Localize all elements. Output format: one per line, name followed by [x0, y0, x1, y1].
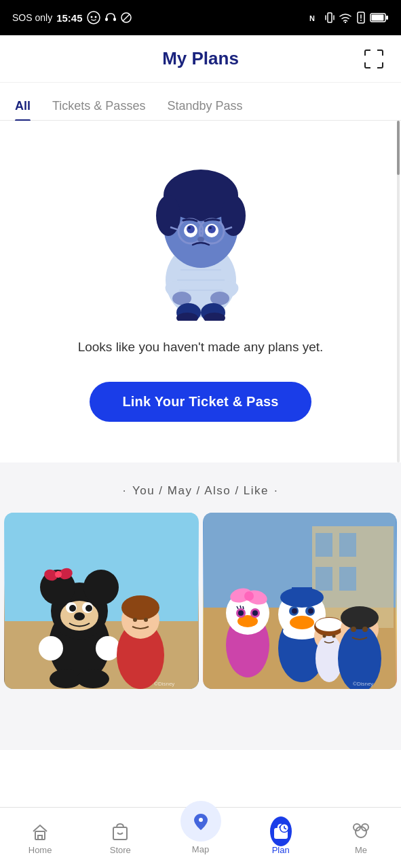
svg-point-82: [290, 616, 314, 629]
scrollbar[interactable]: [397, 121, 400, 462]
nav-store[interactable]: Store: [80, 821, 160, 855]
svg-point-97: [238, 610, 244, 616]
also-like-text: You / May / Also / Like: [132, 484, 269, 498]
photo-card-mickey[interactable]: ©Disney: [4, 513, 199, 689]
app-header: My Plans: [0, 35, 401, 83]
svg-point-62: [77, 669, 109, 688]
sos-label: SOS only: [12, 12, 52, 23]
headphone-icon: [104, 12, 117, 24]
svg-rect-84: [292, 587, 312, 601]
vibrate-icon: [325, 12, 335, 24]
map-icon: [191, 811, 211, 831]
mickey-image: ©Disney: [5, 513, 198, 689]
battery-icon: [370, 12, 389, 23]
svg-point-65: [121, 595, 159, 620]
status-right: N: [309, 12, 389, 24]
svg-rect-115: [38, 835, 42, 840]
scan-button[interactable]: [362, 47, 386, 71]
map-label: Map: [192, 844, 209, 854]
svg-text:©Disney: ©Disney: [154, 681, 174, 687]
link-ticket-button[interactable]: Link Your Ticket & Pass: [90, 382, 311, 422]
svg-point-60: [96, 636, 120, 660]
svg-rect-78: [339, 567, 356, 591]
svg-rect-77: [316, 567, 332, 591]
home-label: Home: [28, 845, 52, 855]
emoji-icon: [87, 11, 100, 24]
empty-message: Looks like you haven't made any plans ye…: [78, 338, 324, 357]
bottom-nav: Home Store Map: [0, 807, 401, 868]
also-like-header: · You / May / Also / Like ·: [0, 484, 401, 498]
svg-point-70: [55, 571, 62, 578]
svg-point-112: [362, 627, 368, 632]
svg-point-57: [85, 605, 92, 612]
svg-rect-76: [339, 533, 356, 557]
plan-icon-container: [270, 821, 292, 842]
home-icon: [29, 821, 51, 842]
svg-line-100: [240, 606, 241, 608]
store-label: Store: [110, 845, 131, 855]
also-like-section: · You / May / Also / Like ·: [0, 462, 401, 689]
nav-home[interactable]: Home: [0, 821, 80, 855]
svg-point-58: [74, 612, 85, 620]
svg-point-66: [133, 618, 137, 622]
dot-left: ·: [123, 484, 127, 498]
svg-point-118: [199, 818, 203, 822]
donald-image: ©Disney: [204, 513, 396, 689]
svg-point-31: [187, 225, 195, 233]
tab-tickets[interactable]: Tickets & Passes: [52, 99, 145, 120]
svg-rect-4: [113, 18, 116, 21]
svg-point-1: [90, 16, 92, 18]
scroll-thumb: [397, 121, 400, 175]
svg-point-110: [341, 606, 379, 629]
photos-grid: ©Disney: [0, 513, 401, 689]
status-bar: SOS only 15:45 N: [0, 0, 401, 35]
svg-point-93: [244, 591, 254, 601]
svg-point-59: [39, 636, 63, 660]
plan-icon-bg: [270, 816, 292, 846]
nfc-icon: N: [309, 12, 321, 24]
nav-map[interactable]: Map: [160, 814, 240, 854]
status-left: SOS only 15:45: [12, 11, 132, 24]
svg-rect-16: [386, 16, 388, 20]
tab-standby[interactable]: Standby Pass: [167, 99, 242, 120]
svg-point-105: [316, 618, 343, 631]
svg-line-6: [123, 14, 130, 21]
character-image: [126, 141, 275, 324]
svg-rect-8: [328, 13, 332, 22]
svg-point-106: [323, 634, 326, 637]
me-icon: [350, 821, 372, 842]
svg-point-34: [209, 226, 212, 229]
status-time: 15:45: [56, 12, 82, 24]
svg-rect-17: [372, 15, 384, 21]
page-title: My Plans: [162, 48, 239, 69]
svg-point-98: [252, 610, 258, 616]
plan-label: Plan: [272, 845, 290, 855]
svg-point-0: [88, 12, 100, 24]
svg-point-38: [172, 292, 191, 305]
svg-text:©Disney: ©Disney: [353, 681, 373, 687]
photo-card-donald[interactable]: ©Disney: [203, 513, 398, 689]
svg-point-88: [308, 608, 313, 614]
nav-plan[interactable]: Plan: [241, 821, 321, 855]
tab-all[interactable]: All: [15, 99, 31, 120]
svg-point-33: [188, 226, 191, 229]
svg-line-101: [243, 606, 244, 609]
svg-point-32: [208, 225, 216, 233]
svg-point-14: [360, 20, 362, 21]
sadness-character: [133, 144, 269, 321]
nav-me[interactable]: Me: [321, 821, 401, 855]
store-icon: [109, 821, 131, 842]
scan-icon: [364, 49, 384, 69]
tab-bar: All Tickets & Passes Standby Pass: [0, 83, 401, 121]
svg-point-39: [210, 292, 229, 305]
dot-right: ·: [274, 484, 278, 498]
map-circle: [180, 801, 221, 842]
svg-point-11: [345, 22, 346, 23]
svg-point-52: [83, 570, 119, 605]
me-label: Me: [355, 845, 367, 855]
alert-icon: [356, 12, 366, 24]
svg-point-124: [356, 827, 366, 837]
svg-point-87: [292, 608, 297, 614]
svg-point-2: [94, 16, 96, 18]
svg-point-56: [69, 605, 76, 612]
